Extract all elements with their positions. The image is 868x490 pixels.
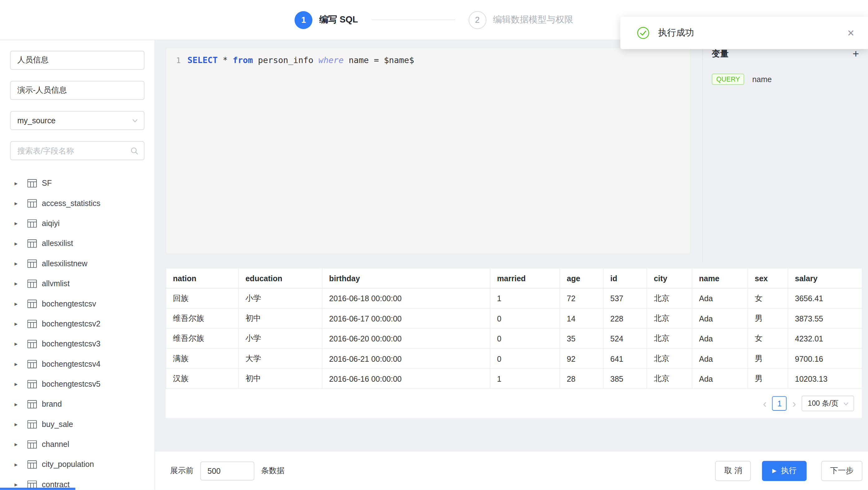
caret-right-icon[interactable]: ▸ — [14, 320, 20, 327]
step-edit-model[interactable]: 2 编辑数据模型与权限 — [468, 11, 573, 29]
table-cell: 北京 — [647, 288, 692, 308]
dataset-display-name-field-wrap — [10, 81, 145, 100]
caret-right-icon[interactable]: ▸ — [14, 421, 20, 427]
table-cell: 72 — [560, 288, 603, 308]
sql-token-plain: * — [218, 55, 233, 65]
table-row: 维吾尔族初中2016-06-17 00:00:00014228北京Ada男387… — [166, 308, 862, 328]
table-tree-item-allvmlist[interactable]: ▸ allvmlist — [0, 273, 154, 294]
table-cell: 2016-06-17 00:00:00 — [322, 308, 490, 328]
caret-right-icon[interactable]: ▸ — [14, 401, 20, 407]
column-header-nation: nation — [166, 268, 238, 288]
caret-right-icon[interactable]: ▸ — [14, 461, 20, 467]
variables-panel: 变量 + QUERY name — [702, 40, 868, 263]
table-icon — [27, 340, 37, 348]
table-tree-item-SF[interactable]: ▸ SF — [0, 173, 154, 193]
sql-editor[interactable]: 1 SELECT * from person_info where name =… — [166, 48, 690, 254]
table-tree-item-allesxilist[interactable]: ▸ allesxilist — [0, 233, 154, 253]
table-name: aiqiyi — [42, 219, 60, 228]
caret-right-icon[interactable]: ▸ — [14, 180, 20, 186]
table-tree-item-channel[interactable]: ▸ channel — [0, 434, 154, 454]
table-cell: 维吾尔族 — [166, 308, 238, 328]
table-cell: 回族 — [166, 288, 238, 308]
close-icon[interactable]: ✕ — [847, 28, 855, 38]
variables-title: 变量 — [712, 49, 728, 59]
table-tree-item-bochengtestcsv4[interactable]: ▸ bochengtestcsv4 — [0, 354, 154, 374]
table-cell: 9700.16 — [788, 348, 862, 369]
table-cell: Ada — [692, 348, 748, 369]
table-tree-item-aiqiyi[interactable]: ▸ aiqiyi — [0, 213, 154, 233]
table-icon — [27, 360, 37, 368]
table-icon — [27, 179, 37, 187]
table-cell: 3656.41 — [788, 288, 862, 308]
caret-right-icon[interactable]: ▸ — [14, 361, 20, 367]
caret-right-icon[interactable]: ▸ — [14, 240, 20, 247]
add-variable-icon[interactable]: + — [852, 48, 859, 59]
pagination: ‹ 1 › 100 条/页 — [166, 396, 854, 411]
column-header-salary: salary — [788, 268, 862, 288]
table-tree-item-bochengtestcsv3[interactable]: ▸ bochengtestcsv3 — [0, 334, 154, 354]
table-name: allesxilistnew — [42, 259, 87, 268]
table-name: allvmlist — [42, 279, 69, 288]
sidebar-scrollbar-thumb[interactable] — [0, 488, 75, 490]
steps: 1 编写 SQL 2 编辑数据模型与权限 — [295, 11, 574, 29]
chevron-down-icon — [843, 400, 849, 407]
caret-right-icon[interactable]: ▸ — [14, 260, 20, 267]
prev-page-icon[interactable]: ‹ — [763, 398, 767, 409]
table-tree-item-bochengtestcsv5[interactable]: ▸ bochengtestcsv5 — [0, 374, 154, 394]
run-button[interactable]: ▶ 执行 — [762, 461, 807, 481]
dataset-display-name-input[interactable] — [17, 86, 138, 95]
table-cell: 2016-06-20 00:00:00 — [322, 328, 490, 348]
table-cell: 10203.13 — [788, 369, 862, 389]
sidebar: my_source ▸ SF ▸ — [0, 40, 155, 490]
caret-right-icon[interactable]: ▸ — [14, 481, 20, 488]
variable-item[interactable]: QUERY name — [712, 74, 859, 85]
column-header-birthday: birthday — [322, 268, 490, 288]
table-tree-item-bochengtestcsv[interactable]: ▸ bochengtestcsv — [0, 294, 154, 313]
caret-right-icon[interactable]: ▸ — [14, 280, 20, 286]
results-card: nationeducationbirthdaymarriedageidcityn… — [166, 268, 862, 418]
step-write-sql[interactable]: 1 编写 SQL — [295, 11, 358, 29]
next-step-button[interactable]: 下一步 — [821, 461, 862, 481]
table-tree-item-bochengtestcsv2[interactable]: ▸ bochengtestcsv2 — [0, 314, 154, 334]
table-search-input[interactable] — [17, 146, 130, 155]
table-cell: 初中 — [238, 308, 322, 328]
caret-right-icon[interactable]: ▸ — [14, 200, 20, 206]
table-cell: 维吾尔族 — [166, 328, 238, 348]
cancel-button[interactable]: 取 消 — [715, 461, 751, 481]
table-cell: 女 — [748, 328, 788, 348]
table-cell: 北京 — [647, 328, 692, 348]
current-page-button[interactable]: 1 — [772, 396, 786, 410]
table-icon — [27, 460, 37, 468]
table-cell: 1 — [490, 288, 560, 308]
table-cell: 537 — [603, 288, 647, 308]
caret-right-icon[interactable]: ▸ — [14, 381, 20, 387]
caret-right-icon[interactable]: ▸ — [14, 341, 20, 347]
datasource-select[interactable]: my_source — [10, 111, 145, 130]
check-circle-icon — [637, 27, 649, 39]
table-cell: 92 — [560, 348, 603, 369]
next-page-icon[interactable]: › — [793, 398, 796, 409]
table-tree-item-brand[interactable]: ▸ brand — [0, 394, 154, 414]
table-name: allesxilist — [42, 239, 73, 248]
step-1-circle: 1 — [295, 11, 313, 29]
table-tree-item-city_population[interactable]: ▸ city_population — [0, 454, 154, 474]
table-tree: ▸ SF ▸ access_statistics ▸ — [0, 173, 154, 490]
sql-code-tokens: SELECT * from person_info where name = $… — [187, 55, 414, 65]
caret-right-icon[interactable]: ▸ — [14, 220, 20, 226]
caret-right-icon[interactable]: ▸ — [14, 301, 20, 307]
row-limit-input[interactable] — [200, 461, 254, 480]
table-cell: 524 — [603, 328, 647, 348]
table-tree-item-access_statistics[interactable]: ▸ access_statistics — [0, 193, 154, 213]
table-tree-item-buy_sale[interactable]: ▸ buy_sale — [0, 414, 154, 434]
step-1-label: 编写 SQL — [319, 14, 358, 26]
table-tree-item-allesxilistnew[interactable]: ▸ allesxilistnew — [0, 253, 154, 273]
page-size-value: 100 条/页 — [808, 399, 838, 408]
caret-right-icon[interactable]: ▸ — [14, 441, 20, 447]
page-size-select[interactable]: 100 条/页 — [802, 396, 854, 411]
table-cell: 28 — [560, 369, 603, 389]
sql-token-keyword: SELECT — [187, 55, 218, 65]
table-cell: Ada — [692, 369, 748, 389]
dataset-name-input[interactable] — [17, 56, 138, 65]
app-body: my_source ▸ SF ▸ — [0, 40, 868, 490]
run-button-label: 执行 — [781, 466, 797, 476]
